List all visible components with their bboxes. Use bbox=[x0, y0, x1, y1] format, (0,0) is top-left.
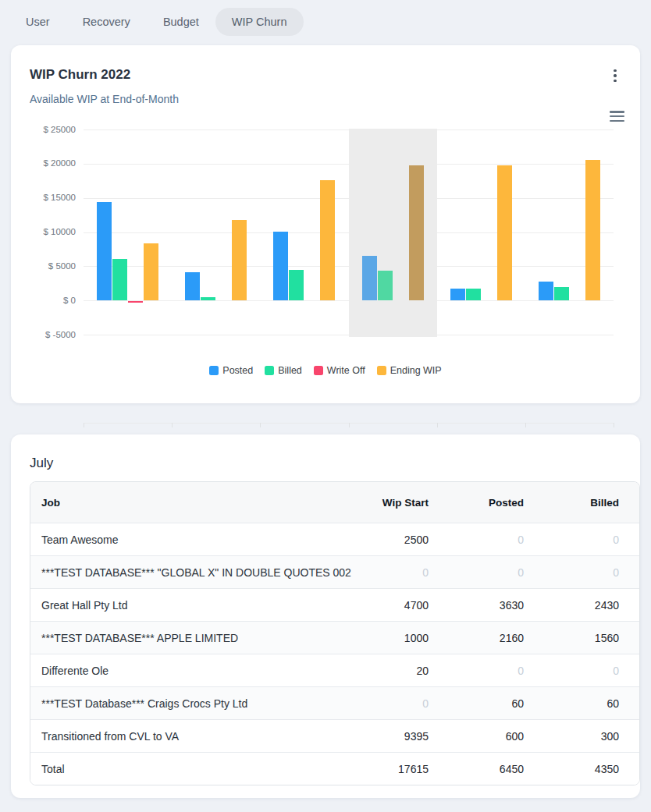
bar-posted-jun[interactable] bbox=[273, 232, 288, 300]
table-row: Transitioned from CVL to VA9395600300 bbox=[30, 719, 639, 752]
bar-ending-wip-sep[interactable] bbox=[585, 160, 600, 300]
job-name-cell: ***TEST Database*** Craigs Crocs Pty Ltd bbox=[30, 697, 354, 710]
x-axis-tick bbox=[437, 423, 438, 427]
job-name-cell: Total bbox=[30, 763, 354, 775]
job-name-cell: ***TEST DATABASE*** "GLOBAL X" IN DOUBLE… bbox=[30, 566, 354, 579]
value-cell: 0 bbox=[544, 566, 639, 579]
value-cell: 0 bbox=[354, 697, 449, 710]
job-name-cell: ***TEST DATABASE*** APPLE LIMITED bbox=[30, 632, 354, 644]
legend-label: Ending WIP bbox=[390, 365, 442, 376]
table-heading: July bbox=[30, 456, 53, 471]
y-axis-tick-label: $ 20000 bbox=[21, 158, 76, 168]
table-row: ***TEST DATABASE*** APPLE LIMITED1000216… bbox=[30, 621, 639, 654]
job-name-cell: Transitioned from CVL to VA bbox=[30, 730, 354, 743]
x-axis-tick bbox=[525, 423, 526, 427]
bar-billed-jul[interactable] bbox=[378, 271, 393, 300]
value-cell: 600 bbox=[449, 730, 544, 743]
bar-posted-aug[interactable] bbox=[450, 289, 465, 300]
value-cell: 4700 bbox=[354, 599, 449, 612]
value-cell: 0 bbox=[544, 534, 639, 546]
kebab-menu-icon[interactable] bbox=[607, 67, 623, 84]
y-axis-tick-label: $ 5000 bbox=[21, 261, 76, 271]
y-axis-tick-label: $ 0 bbox=[21, 296, 76, 305]
x-axis-tick bbox=[349, 423, 350, 427]
column-header-wip-start: Wip Start bbox=[354, 497, 449, 509]
x-axis-tick bbox=[84, 423, 84, 427]
tab-budget[interactable]: Budget bbox=[163, 16, 199, 28]
bar-ending-wip-jul[interactable] bbox=[409, 165, 424, 300]
wip-churn-chart-card: WIP Churn 2022 Available WIP at End-of-M… bbox=[11, 45, 640, 403]
job-name-cell: Team Awesome bbox=[30, 534, 354, 546]
legend-item-write-off[interactable]: Write Off bbox=[314, 365, 365, 376]
column-header-billed: Billed bbox=[544, 497, 639, 509]
tab-user[interactable]: User bbox=[26, 16, 50, 28]
chart-subtitle: Available WIP at End-of-Month bbox=[30, 93, 179, 105]
bar-ending-wip-may[interactable] bbox=[232, 220, 247, 300]
y-axis-tick-label: $ 15000 bbox=[21, 193, 76, 202]
chart-plot-area bbox=[84, 129, 614, 335]
bar-billed-apr[interactable] bbox=[112, 259, 127, 300]
chart-title: WIP Churn 2022 bbox=[30, 67, 130, 83]
bar-ending-wip-aug[interactable] bbox=[497, 165, 512, 300]
value-cell: 0 bbox=[354, 566, 449, 579]
value-cell: 2500 bbox=[354, 534, 449, 546]
bar-posted-sep[interactable] bbox=[539, 282, 553, 300]
x-axis-tick bbox=[614, 423, 614, 427]
value-cell: 60 bbox=[544, 697, 639, 710]
column-header-job: Job bbox=[30, 497, 354, 509]
table-header-row: JobWip StartPostedBilled bbox=[30, 482, 639, 523]
bar-posted-may[interactable] bbox=[185, 272, 200, 300]
value-cell: 0 bbox=[544, 665, 639, 677]
legend-swatch bbox=[377, 366, 386, 375]
table-row: Great Hall Pty Ltd470036302430 bbox=[30, 588, 639, 621]
job-name-cell: Differente Ole bbox=[30, 665, 354, 677]
bar-billed-sep[interactable] bbox=[554, 287, 569, 300]
value-cell: 1000 bbox=[354, 632, 449, 644]
bar-posted-apr[interactable] bbox=[97, 202, 112, 300]
bar-billed-aug[interactable] bbox=[466, 289, 481, 300]
legend-label: Write Off bbox=[327, 365, 365, 376]
x-axis-tick bbox=[172, 423, 173, 427]
tab-bar: UserRecoveryBudgetWIP Churn bbox=[0, 0, 651, 37]
value-cell: 2160 bbox=[449, 632, 544, 644]
value-cell: 4350 bbox=[544, 763, 639, 775]
jobs-table: JobWip StartPostedBilledTeam Awesome2500… bbox=[30, 481, 640, 785]
legend-label: Posted bbox=[222, 365, 253, 376]
x-axis-tick bbox=[260, 423, 261, 427]
legend-swatch bbox=[265, 366, 274, 375]
bar-posted-jul[interactable] bbox=[362, 256, 377, 300]
y-axis-tick-label: $ -5000 bbox=[21, 330, 76, 339]
july-table-card: July JobWip StartPostedBilledTeam Awesom… bbox=[11, 434, 640, 798]
bar-write-off-apr[interactable] bbox=[128, 301, 143, 303]
value-cell: 0 bbox=[449, 566, 544, 579]
bar-ending-wip-apr[interactable] bbox=[144, 243, 158, 300]
tab-wip-churn[interactable]: WIP Churn bbox=[215, 8, 304, 36]
value-cell: 2430 bbox=[544, 599, 639, 612]
hamburger-menu-icon[interactable] bbox=[610, 111, 624, 122]
value-cell: 60 bbox=[449, 697, 544, 710]
table-row: Differente Ole2000 bbox=[30, 654, 639, 686]
y-axis-tick-label: $ 10000 bbox=[21, 227, 76, 236]
selected-month-highlight bbox=[349, 129, 437, 337]
value-cell: 20 bbox=[354, 665, 449, 677]
table-row: ***TEST DATABASE*** "GLOBAL X" IN DOUBLE… bbox=[30, 555, 639, 588]
bar-ending-wip-jun[interactable] bbox=[320, 180, 335, 300]
value-cell: 6450 bbox=[449, 763, 544, 775]
bar-billed-may[interactable] bbox=[201, 297, 215, 300]
legend-label: Billed bbox=[278, 365, 302, 376]
y-axis-tick-label: $ 25000 bbox=[21, 125, 76, 134]
chart-legend: PostedBilledWrite OffEnding WIP bbox=[11, 365, 640, 376]
value-cell: 9395 bbox=[354, 730, 449, 743]
bar-billed-jun[interactable] bbox=[289, 270, 304, 300]
legend-swatch bbox=[209, 366, 219, 375]
value-cell: 3630 bbox=[449, 599, 544, 612]
legend-item-posted[interactable]: Posted bbox=[209, 365, 253, 376]
job-name-cell: Great Hall Pty Ltd bbox=[30, 599, 354, 612]
table-row: Team Awesome250000 bbox=[30, 523, 639, 555]
tab-recovery[interactable]: Recovery bbox=[83, 16, 130, 28]
column-header-posted: Posted bbox=[449, 497, 544, 509]
value-cell: 0 bbox=[449, 665, 544, 677]
legend-item-billed[interactable]: Billed bbox=[265, 365, 302, 376]
legend-item-ending-wip[interactable]: Ending WIP bbox=[377, 365, 442, 376]
table-row: ***TEST Database*** Craigs Crocs Pty Ltd… bbox=[30, 686, 639, 719]
